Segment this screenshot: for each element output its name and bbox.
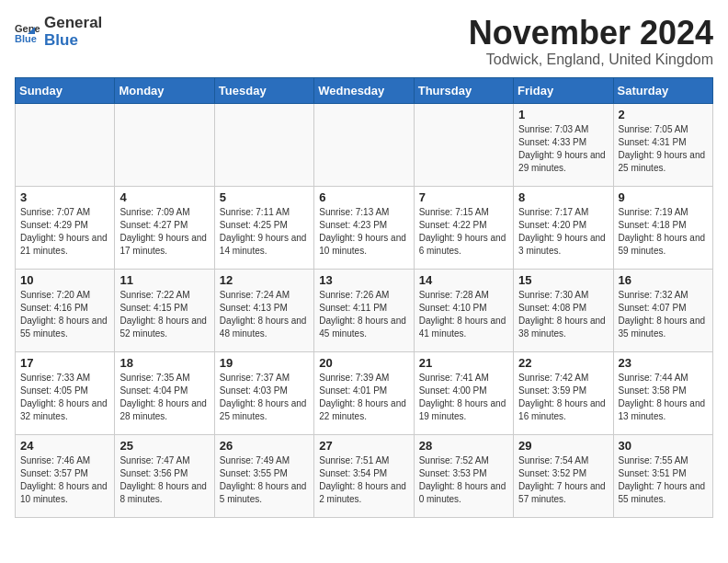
calendar-cell: 26Sunrise: 7:49 AM Sunset: 3:55 PM Dayli… [214,434,313,517]
day-info: Sunrise: 7:39 AM Sunset: 4:01 PM Dayligh… [319,372,408,423]
location-subtitle: Todwick, England, United Kingdom [469,52,713,68]
day-number: 29 [518,439,608,453]
calendar-header-row: SundayMondayTuesdayWednesdayThursdayFrid… [16,77,713,103]
calendar-cell: 18Sunrise: 7:35 AM Sunset: 4:04 PM Dayli… [115,351,214,434]
day-number: 11 [119,273,209,287]
day-number: 13 [319,273,408,287]
day-info: Sunrise: 7:52 AM Sunset: 3:53 PM Dayligh… [419,454,508,506]
day-info: Sunrise: 7:42 AM Sunset: 3:59 PM Dayligh… [518,372,608,423]
calendar-cell [115,103,214,186]
calendar-cell: 25Sunrise: 7:47 AM Sunset: 3:56 PM Dayli… [115,434,214,517]
day-number: 4 [119,190,209,204]
day-number: 23 [619,356,708,370]
day-number: 19 [220,356,309,370]
calendar-cell [314,103,414,186]
calendar-week-4: 17Sunrise: 7:33 AM Sunset: 4:05 PM Dayli… [16,351,713,434]
day-header-wednesday: Wednesday [314,77,414,103]
calendar-cell: 12Sunrise: 7:24 AM Sunset: 4:13 PM Dayli… [214,269,313,351]
day-info: Sunrise: 7:35 AM Sunset: 4:04 PM Dayligh… [119,372,209,423]
day-number: 20 [319,356,408,370]
calendar-cell [16,103,115,186]
calendar-cell: 24Sunrise: 7:46 AM Sunset: 3:57 PM Dayli… [16,434,115,517]
day-info: Sunrise: 7:20 AM Sunset: 4:16 PM Dayligh… [20,289,109,340]
calendar-cell: 19Sunrise: 7:37 AM Sunset: 4:03 PM Dayli… [214,351,313,434]
day-info: Sunrise: 7:09 AM Sunset: 4:27 PM Dayligh… [119,206,209,258]
day-info: Sunrise: 7:32 AM Sunset: 4:07 PM Dayligh… [619,289,708,340]
day-number: 10 [20,273,109,287]
calendar-cell: 6Sunrise: 7:13 AM Sunset: 4:23 PM Daylig… [314,186,414,269]
calendar-cell: 3Sunrise: 7:07 AM Sunset: 4:29 PM Daylig… [16,186,115,269]
day-info: Sunrise: 7:17 AM Sunset: 4:20 PM Dayligh… [518,206,608,258]
day-info: Sunrise: 7:07 AM Sunset: 4:29 PM Dayligh… [20,206,109,258]
calendar-cell: 21Sunrise: 7:41 AM Sunset: 4:00 PM Dayli… [414,351,513,434]
month-title: November 2024 [469,15,713,52]
day-info: Sunrise: 7:54 AM Sunset: 3:52 PM Dayligh… [518,454,608,506]
day-info: Sunrise: 7:46 AM Sunset: 3:57 PM Dayligh… [20,454,109,506]
day-info: Sunrise: 7:13 AM Sunset: 4:23 PM Dayligh… [319,206,408,258]
day-header-saturday: Saturday [613,77,712,103]
day-number: 25 [119,439,209,453]
day-number: 21 [419,356,508,370]
calendar-cell: 11Sunrise: 7:22 AM Sunset: 4:15 PM Dayli… [115,269,214,351]
svg-text:Blue: Blue [15,33,37,44]
day-info: Sunrise: 7:22 AM Sunset: 4:15 PM Dayligh… [119,289,209,340]
calendar-week-1: 1Sunrise: 7:03 AM Sunset: 4:33 PM Daylig… [16,103,713,186]
day-header-friday: Friday [514,77,613,103]
day-info: Sunrise: 7:28 AM Sunset: 4:10 PM Dayligh… [419,289,508,340]
day-header-sunday: Sunday [16,77,115,103]
day-header-thursday: Thursday [414,77,513,103]
day-number: 6 [319,190,408,204]
calendar-cell: 4Sunrise: 7:09 AM Sunset: 4:27 PM Daylig… [115,186,214,269]
day-info: Sunrise: 7:55 AM Sunset: 3:51 PM Dayligh… [619,454,708,506]
calendar-cell: 10Sunrise: 7:20 AM Sunset: 4:16 PM Dayli… [16,269,115,351]
day-info: Sunrise: 7:44 AM Sunset: 3:58 PM Dayligh… [619,372,708,423]
calendar-cell: 27Sunrise: 7:51 AM Sunset: 3:54 PM Dayli… [314,434,414,517]
calendar-cell: 14Sunrise: 7:28 AM Sunset: 4:10 PM Dayli… [414,269,513,351]
day-number: 15 [518,273,608,287]
calendar-table: SundayMondayTuesdayWednesdayThursdayFrid… [15,77,713,518]
day-info: Sunrise: 7:11 AM Sunset: 4:25 PM Dayligh… [220,206,309,258]
day-number: 28 [419,439,508,453]
day-info: Sunrise: 7:47 AM Sunset: 3:56 PM Dayligh… [119,454,209,506]
day-number: 27 [319,439,408,453]
calendar-cell: 2Sunrise: 7:05 AM Sunset: 4:31 PM Daylig… [613,103,712,186]
calendar-cell: 1Sunrise: 7:03 AM Sunset: 4:33 PM Daylig… [514,103,613,186]
logo-general-text: General [44,14,102,31]
day-number: 1 [518,108,608,121]
title-area: November 2024 Todwick, England, United K… [469,15,713,68]
day-number: 22 [518,356,608,370]
calendar-cell: 16Sunrise: 7:32 AM Sunset: 4:07 PM Dayli… [613,269,712,351]
day-number: 24 [20,439,109,453]
day-info: Sunrise: 7:15 AM Sunset: 4:22 PM Dayligh… [419,206,508,258]
calendar-cell: 13Sunrise: 7:26 AM Sunset: 4:11 PM Dayli… [314,269,414,351]
calendar-cell: 7Sunrise: 7:15 AM Sunset: 4:22 PM Daylig… [414,186,513,269]
calendar-cell: 23Sunrise: 7:44 AM Sunset: 3:58 PM Dayli… [613,351,712,434]
day-info: Sunrise: 7:05 AM Sunset: 4:31 PM Dayligh… [619,123,708,175]
calendar-week-3: 10Sunrise: 7:20 AM Sunset: 4:16 PM Dayli… [16,269,713,351]
logo-blue-text: Blue [44,31,78,49]
day-info: Sunrise: 7:33 AM Sunset: 4:05 PM Dayligh… [20,372,109,423]
day-number: 3 [20,190,109,204]
logo-icon: General Blue [15,19,40,45]
day-header-tuesday: Tuesday [214,77,313,103]
day-number: 7 [419,190,508,204]
day-number: 17 [20,356,109,370]
calendar-cell: 20Sunrise: 7:39 AM Sunset: 4:01 PM Dayli… [314,351,414,434]
day-number: 26 [220,439,309,453]
day-header-monday: Monday [115,77,214,103]
day-info: Sunrise: 7:30 AM Sunset: 4:08 PM Dayligh… [518,289,608,340]
calendar-cell: 17Sunrise: 7:33 AM Sunset: 4:05 PM Dayli… [16,351,115,434]
calendar-week-2: 3Sunrise: 7:07 AM Sunset: 4:29 PM Daylig… [16,186,713,269]
day-number: 30 [619,439,708,453]
day-info: Sunrise: 7:41 AM Sunset: 4:00 PM Dayligh… [419,372,508,423]
day-number: 14 [419,273,508,287]
day-number: 12 [220,273,309,287]
day-info: Sunrise: 7:49 AM Sunset: 3:55 PM Dayligh… [220,454,309,506]
calendar-cell: 15Sunrise: 7:30 AM Sunset: 4:08 PM Dayli… [514,269,613,351]
calendar-cell: 29Sunrise: 7:54 AM Sunset: 3:52 PM Dayli… [514,434,613,517]
day-info: Sunrise: 7:03 AM Sunset: 4:33 PM Dayligh… [518,123,608,175]
calendar-body: 1Sunrise: 7:03 AM Sunset: 4:33 PM Daylig… [16,103,713,517]
day-info: Sunrise: 7:24 AM Sunset: 4:13 PM Dayligh… [220,289,309,340]
day-number: 9 [619,190,708,204]
calendar-cell: 8Sunrise: 7:17 AM Sunset: 4:20 PM Daylig… [514,186,613,269]
